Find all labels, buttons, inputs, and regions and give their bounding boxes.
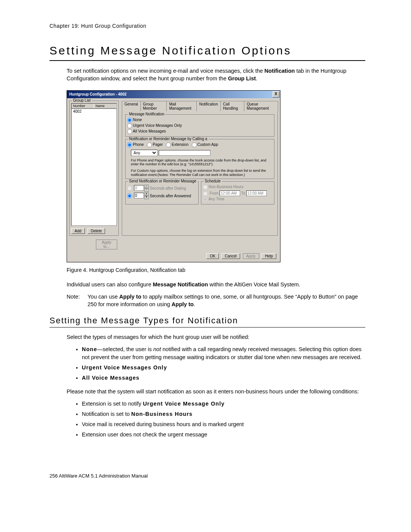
group-list-ref: Group List	[228, 75, 256, 81]
seconds-dialing-input	[134, 185, 144, 191]
list-item: Urgent Voice Messages Only	[82, 364, 365, 372]
seconds-answered-input[interactable]	[134, 193, 144, 198]
ok-button[interactable]: OK	[206, 253, 218, 259]
radio-seconds-answered[interactable]	[127, 193, 132, 198]
section-heading: Setting the Message Types for Notificati…	[49, 316, 365, 326]
number-input[interactable]	[159, 150, 210, 156]
figure-caption: Figure 4. Huntgroup Configuration, Notif…	[67, 267, 365, 273]
notification-tab-ref: Notification	[264, 68, 295, 74]
list-item: Extension is set to notify Urgent Voice …	[82, 400, 365, 408]
page-title: Setting Message Notification Options	[49, 44, 365, 57]
body-paragraph: Please note that the system will start n…	[67, 388, 365, 395]
note-label: Note:	[67, 293, 88, 308]
close-icon[interactable]: X	[272, 91, 279, 97]
page-footer: 256 AltiWare ACM 5.1 Administration Manu…	[49, 473, 365, 479]
list-item: None—selected, the user is not notified …	[82, 345, 365, 361]
list-item: Notification is set to Non-Business Hour…	[82, 410, 365, 418]
radio-phone[interactable]	[127, 142, 132, 147]
tab-general[interactable]: General	[122, 101, 141, 111]
help-customapp: For Custom App options, choose the log o…	[131, 169, 272, 177]
radio-from	[203, 191, 208, 196]
msg-notif-legend: Message Notification	[128, 112, 166, 116]
tab-notification[interactable]: Notification	[196, 101, 220, 111]
list-item: Extension user does not check the urgent…	[82, 431, 365, 439]
radio-extension[interactable]	[166, 142, 171, 147]
body-paragraph: Select the types of messages for which t…	[67, 333, 365, 341]
radio-none[interactable]	[127, 118, 132, 123]
radio-urgent[interactable]	[127, 123, 132, 128]
delete-button[interactable]: Delete	[88, 228, 105, 234]
bullet-list: Extension is set to notify Urgent Voice …	[82, 400, 365, 439]
calling-legend: Notification or Reminder Message by Call…	[128, 137, 209, 141]
chapter-header: Chapter 19: Hunt Group Configuration	[49, 23, 365, 29]
window-title: Huntgroup Configuration - 4002	[69, 92, 127, 96]
radio-anytime	[203, 197, 208, 202]
trunk-access-select[interactable]: Any	[131, 150, 158, 156]
spin-up-icon: ▲	[144, 185, 149, 188]
list-item: All Voice Messages	[82, 374, 365, 382]
col-number: Number	[72, 104, 94, 109]
tab-group-member[interactable]: Group Member	[140, 101, 167, 111]
tab-mail-management[interactable]: Mail Management	[166, 101, 197, 111]
col-name: Name	[94, 104, 116, 109]
radio-seconds-dialing	[127, 186, 132, 191]
send-legend: Send Notification or Reminder Message	[128, 179, 198, 183]
from-time-input	[220, 190, 240, 196]
spin-down-icon: ▼	[144, 188, 149, 192]
schedule-legend: Schedule	[204, 179, 222, 183]
tab-queue-management[interactable]: Queue Management	[244, 101, 278, 111]
to-time-input	[246, 190, 267, 196]
radio-nbh	[203, 185, 208, 190]
spin-up-icon[interactable]: ▲	[144, 192, 149, 196]
list-item[interactable]: 4002	[72, 109, 116, 114]
add-button[interactable]: Add	[71, 228, 85, 234]
list-item: Voice mail is received during business h…	[82, 420, 365, 428]
window-titlebar: Huntgroup Configuration - 4002 X	[67, 91, 280, 98]
help-phone-pager: For Phone and Pager options, choose the …	[131, 158, 272, 167]
radio-pager[interactable]	[147, 142, 152, 147]
radio-customapp[interactable]	[192, 142, 197, 147]
intro-paragraph: To set notification options on new incom…	[67, 67, 365, 83]
section-rule	[49, 327, 365, 328]
group-list-legend: Group List	[72, 98, 92, 102]
apply-button: Apply	[243, 253, 259, 259]
bullet-list: None—selected, the user is not notified …	[82, 345, 365, 382]
cancel-button[interactable]: Cancel	[221, 253, 240, 259]
apply-to-button: Apply to...	[96, 240, 117, 249]
body-paragraph: Individual users can also configure Mess…	[67, 281, 365, 288]
tab-call-handling[interactable]: Call Handling	[220, 101, 244, 111]
note-row: Note: You can use Apply to to apply mail…	[67, 293, 365, 308]
dialog-screenshot: Huntgroup Configuration - 4002 X Group L…	[67, 90, 280, 262]
spin-down-icon[interactable]: ▼	[144, 196, 149, 199]
help-button[interactable]: Help	[261, 253, 276, 259]
group-list-box[interactable]: Number Name 4002	[71, 103, 117, 226]
radio-all[interactable]	[127, 129, 132, 134]
title-rule	[49, 60, 365, 61]
